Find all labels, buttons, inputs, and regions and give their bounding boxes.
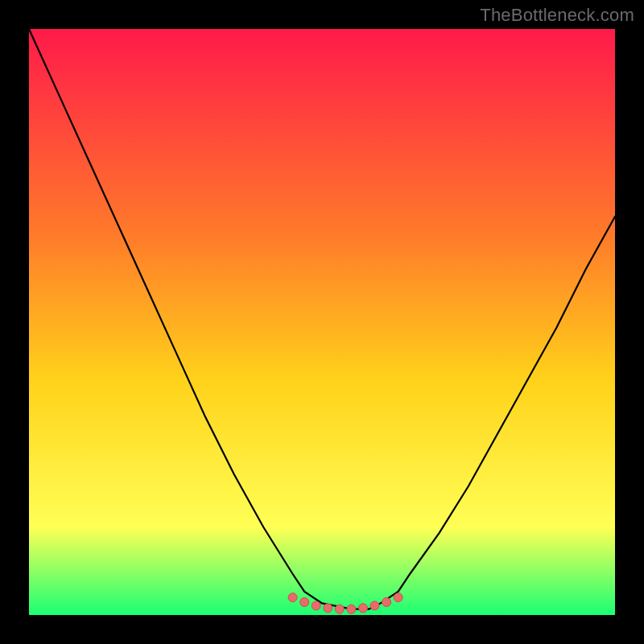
optimal-marker [300,598,309,607]
plot-area [29,29,615,615]
chart-svg [29,29,615,615]
optimal-marker [370,601,379,610]
optimal-marker [288,593,297,602]
optimal-marker [312,601,320,610]
optimal-marker [382,598,391,607]
chart-frame: TheBottleneck.com [0,0,644,644]
optimal-marker [394,593,402,602]
optimal-marker [359,604,368,613]
optimal-marker [324,604,332,613]
gradient-background [29,29,615,615]
optimal-marker [335,605,344,613]
optimal-marker [347,605,356,613]
watermark-text: TheBottleneck.com [480,5,634,26]
